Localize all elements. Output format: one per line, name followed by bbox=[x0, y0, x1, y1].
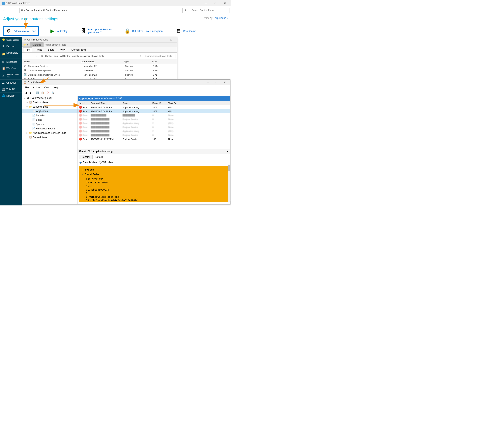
up-button[interactable]: ↑ bbox=[14, 8, 18, 13]
ev-row-6[interactable]: 🔴 Error ████████████ Bonjour Service 0 N… bbox=[78, 125, 230, 129]
tree-item-forwarded[interactable]: 📄 Forwarded Events bbox=[22, 126, 77, 131]
exp-up[interactable]: ↑ bbox=[34, 53, 39, 58]
exp-bc-admin[interactable]: Administrative Tools bbox=[84, 55, 104, 57]
ribbon-tab-view[interactable]: View bbox=[58, 48, 68, 52]
tree-item-security[interactable]: 📄 Security bbox=[22, 113, 77, 118]
breadcrumb-controlpanel[interactable]: Control Panel bbox=[26, 9, 40, 12]
tree-expand-appsvcs[interactable]: ▷ bbox=[25, 131, 28, 135]
detail-scrollbar-thumb[interactable] bbox=[228, 165, 230, 171]
exp-breadcrumb[interactable]: 🖥 › Control Panel › All Control Panel It… bbox=[40, 54, 137, 58]
explorer-maximize[interactable]: □ bbox=[167, 37, 175, 42]
ev-row-8[interactable]: 🔴 Error ████████████ Bonjour Service 0 N… bbox=[78, 133, 230, 137]
tree-item-application[interactable]: 📄 Application bbox=[22, 109, 77, 113]
cp-item-admin-tools[interactable]: ⚙ Administrative Tools bbox=[3, 26, 39, 36]
file-item-component[interactable]: ⚙ Component Services November 22 Shortcu… bbox=[22, 64, 177, 68]
ev-row-2[interactable]: 🔴 Error 12/4/2018 5:04:19 PM Application… bbox=[78, 109, 230, 113]
window-controls[interactable]: — □ ✕ bbox=[201, 0, 230, 6]
ev-minimize[interactable]: — bbox=[204, 80, 212, 85]
tree-item-setup[interactable]: 📄 Setup bbox=[22, 118, 77, 122]
ev-row-5[interactable]: 🔴 Error ████████████ Application Hang 2 … bbox=[78, 121, 230, 125]
tree-item-system[interactable]: 📄 System bbox=[22, 122, 77, 126]
view-by-link[interactable]: Large icons ▾ bbox=[214, 17, 228, 19]
tree-item-custom-views[interactable]: ▷ 📋 Custom Views bbox=[22, 100, 77, 104]
refresh-button[interactable]: ↻ bbox=[184, 8, 189, 13]
ev-col-h-level[interactable]: Level bbox=[78, 102, 90, 104]
ev-tool-refresh[interactable]: 🔄 bbox=[35, 91, 40, 95]
cp-item-autoplay[interactable]: ▶ AutoPlay bbox=[47, 26, 70, 36]
ribbon-tab-file[interactable]: File bbox=[23, 48, 32, 52]
file-item-computer-mgmt[interactable]: 🖥 Computer Management November 22 Shortc… bbox=[22, 68, 177, 73]
tree-expand-local[interactable]: ▷ bbox=[23, 96, 26, 100]
exp-search-input[interactable] bbox=[144, 54, 175, 58]
exp-refresh[interactable]: ↻ bbox=[138, 53, 143, 58]
sidebar-item-onedrive[interactable]: ☁ OneDrive bbox=[0, 80, 22, 86]
cp-item-bitlocker[interactable]: 🔒 BitLocker Drive Encryption bbox=[122, 26, 165, 36]
ev-tool-forward[interactable]: ▶ bbox=[28, 91, 33, 95]
ev-col-h-task[interactable]: Task Ca... bbox=[167, 102, 183, 104]
exp-forward[interactable]: › bbox=[29, 53, 34, 58]
ev-row-3[interactable]: 🔴 Error ██████████ ████████ 0 None bbox=[78, 113, 230, 117]
cp-item-bootcamp[interactable]: 🖥 Boot Camp bbox=[173, 26, 198, 36]
minimize-button[interactable]: — bbox=[201, 0, 210, 6]
ev-win-controls[interactable]: — □ ✕ bbox=[204, 80, 229, 85]
ev-close[interactable]: ✕ bbox=[221, 80, 229, 85]
sidebar-item-network[interactable]: 🌐 Network bbox=[0, 93, 22, 99]
tree-expand-custom[interactable]: ▷ bbox=[25, 101, 28, 104]
ribbon-tab-manage[interactable]: Manage bbox=[30, 42, 43, 47]
sidebar-item-desktop[interactable]: 🖥 Desktop bbox=[0, 43, 22, 50]
file-item-defrag[interactable]: 💽 Defragment and Optimize Drives Novembe… bbox=[22, 73, 177, 77]
close-button[interactable]: ✕ bbox=[220, 0, 230, 6]
tree-item-windows-logs[interactable]: ▽ 📁 Windows Logs bbox=[22, 104, 77, 109]
explorer-minimize[interactable]: — bbox=[159, 37, 167, 42]
tree-item-subscriptions[interactable]: 📋 Subscriptions bbox=[22, 135, 77, 139]
ev-row-7[interactable]: 🔴 Error ████████████ Application Hang 2 … bbox=[78, 129, 230, 133]
ribbon-tab-shortcut[interactable]: Shortcut Tools bbox=[69, 48, 89, 52]
forward-button[interactable]: › bbox=[8, 8, 12, 13]
explorer-controls[interactable]: — □ bbox=[159, 37, 175, 42]
ev-tool-help[interactable]: ❓ bbox=[45, 91, 50, 95]
ev-col-h-date[interactable]: Date and Time bbox=[90, 102, 121, 104]
tree-item-local[interactable]: ▷ 🖥 Event Viewer (Local) bbox=[22, 96, 77, 100]
sidebar-quick-access[interactable]: ⭐ Quick access bbox=[0, 37, 22, 43]
tree-item-apps-services[interactable]: ▷ 📁 Applications and Services Logs bbox=[22, 131, 77, 135]
ev-col-h-id[interactable]: Event ID bbox=[151, 102, 167, 104]
sidebar-item-downloads[interactable]: 📁 Downloads 3 bbox=[0, 50, 22, 59]
ev-tool-filter[interactable]: 🔍 bbox=[51, 91, 55, 95]
back-button[interactable]: ‹ bbox=[1, 8, 6, 13]
sidebar-item-messages[interactable]: ✉ Messages bbox=[0, 59, 22, 65]
ev-menu-file[interactable]: File bbox=[23, 86, 31, 89]
exp-bc-cp[interactable]: Control Panel bbox=[45, 55, 58, 57]
detail-scrollbar-track[interactable] bbox=[228, 165, 230, 202]
ev-tool-properties[interactable]: 📋 bbox=[40, 91, 45, 95]
ribbon-tab-share[interactable]: Share bbox=[45, 48, 57, 52]
ev-menu-help[interactable]: Help bbox=[52, 86, 61, 89]
ev-detail-tab-details[interactable]: Details bbox=[93, 155, 106, 159]
ev-menu-action[interactable]: Action bbox=[31, 86, 41, 89]
ev-detail-close[interactable]: ✕ bbox=[226, 150, 229, 153]
ribbon-tab-home[interactable]: Home bbox=[33, 48, 44, 52]
ev-col-h-source[interactable]: Source bbox=[121, 102, 151, 104]
ev-row-1[interactable]: 🔴 Error 12/4/2018 5:04:28 PM Application… bbox=[78, 105, 230, 109]
sidebar-item-creative-cloud[interactable]: ☁ Creative Cloud Files bbox=[0, 72, 22, 80]
ev-row-9[interactable]: 🔴 Error 11/30/2018 1:22:07 PM Bonjour Se… bbox=[78, 137, 230, 141]
cp-item-backup[interactable]: 🗄 Backup and Restore(Windows 7) bbox=[78, 26, 114, 36]
ev-tool-back[interactable]: ◀ bbox=[23, 91, 28, 95]
eventdata-expand-btn[interactable]: - bbox=[82, 173, 84, 176]
ev-row-4[interactable]: 🔴 Error ████████████ Bonjour Service 0 N… bbox=[78, 117, 230, 121]
radio-xml[interactable]: XML View bbox=[99, 161, 113, 164]
sidebar-item-thispc[interactable]: 💻 This PC bbox=[0, 86, 22, 93]
breadcrumb-allitems[interactable]: All Control Panel Items bbox=[42, 9, 67, 12]
sidebar-item-workflow[interactable]: 📋 Workflow bbox=[0, 65, 22, 72]
search-input[interactable] bbox=[190, 8, 230, 13]
exp-bc-all[interactable]: All Control Panel Items bbox=[60, 55, 82, 57]
tree-expand-winlogs[interactable]: ▽ bbox=[25, 105, 28, 108]
ev-scroll-area[interactable]: 🔴 Error 12/4/2018 5:04:28 PM Application… bbox=[78, 105, 230, 149]
ev-maximize[interactable]: □ bbox=[212, 80, 220, 85]
ev-menu-view[interactable]: View bbox=[42, 86, 51, 89]
breadcrumb[interactable]: 🖥 › Control Panel › All Control Panel It… bbox=[19, 8, 182, 13]
ev-detail-tab-general[interactable]: General bbox=[79, 155, 92, 159]
maximize-button[interactable]: □ bbox=[211, 0, 220, 6]
system-expand-btn[interactable]: + bbox=[82, 169, 84, 172]
radio-friendly[interactable]: Friendly View bbox=[79, 161, 97, 164]
exp-back[interactable]: ‹ bbox=[23, 53, 28, 58]
